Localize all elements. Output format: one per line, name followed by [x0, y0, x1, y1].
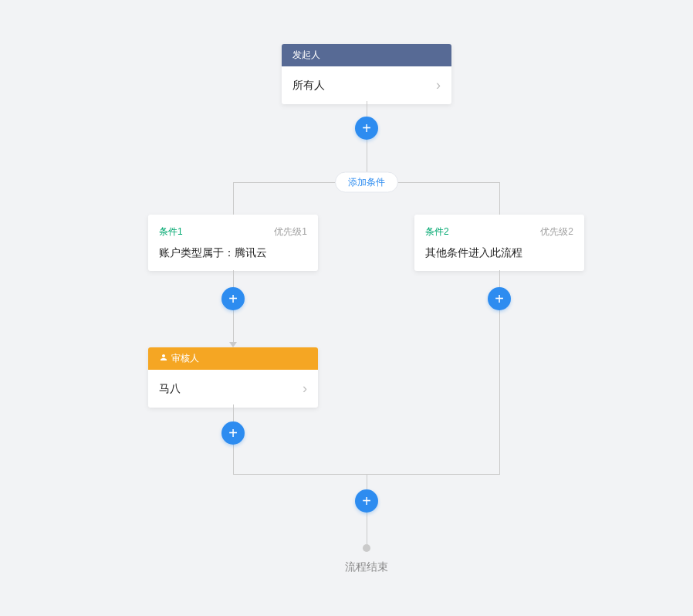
add-node-button-1[interactable]: +: [355, 117, 378, 140]
approver-header-text: 审核人: [171, 353, 199, 364]
initiator-body-row: 所有人 ›: [282, 66, 451, 104]
chevron-right-icon: ›: [436, 77, 441, 93]
add-condition-button[interactable]: 添加条件: [335, 172, 398, 193]
condition-1-header: 条件1 优先级1: [159, 225, 307, 239]
approver-node[interactable]: 审核人 马八 ›: [148, 347, 318, 408]
person-icon: [159, 353, 168, 362]
workflow-canvas: 发起人 所有人 › + 添加条件 条件1 优先级1 账户类型属于：腾讯云 条件2…: [0, 0, 693, 616]
connector-line: [499, 310, 500, 474]
condition-2-header: 条件2 优先级2: [425, 225, 573, 239]
condition-node-2[interactable]: 条件2 优先级2 其他条件进入此流程: [414, 215, 584, 271]
approver-body-text: 马八: [159, 382, 181, 396]
add-node-button-right[interactable]: +: [488, 287, 511, 310]
condition-1-desc: 账户类型属于：腾讯云: [159, 246, 307, 260]
add-node-button-left[interactable]: +: [221, 287, 245, 310]
connector-line: [367, 513, 367, 544]
condition-2-desc: 其他条件进入此流程: [425, 246, 573, 260]
approver-header: 审核人: [148, 347, 318, 370]
connector-line: [499, 182, 500, 215]
connector-line: [233, 182, 234, 215]
add-node-button-after-approver[interactable]: +: [221, 421, 245, 445]
add-node-button-end[interactable]: +: [355, 489, 378, 513]
connector-line: [233, 310, 234, 344]
arrow-down-icon: [229, 342, 237, 347]
initiator-body-text: 所有人: [292, 79, 325, 93]
condition-node-1[interactable]: 条件1 优先级1 账户类型属于：腾讯云: [148, 215, 318, 271]
connector-line: [233, 445, 234, 474]
condition-1-priority: 优先级1: [274, 225, 307, 239]
condition-2-name: 条件2: [425, 225, 449, 239]
initiator-header: 发起人: [282, 44, 451, 66]
initiator-node[interactable]: 发起人 所有人 ›: [282, 44, 451, 104]
condition-1-name: 条件1: [159, 225, 183, 239]
end-dot-icon: [363, 544, 370, 552]
approver-body-row: 马八 ›: [148, 370, 318, 408]
chevron-right-icon: ›: [303, 381, 307, 397]
flow-end-label: 流程结束: [345, 560, 388, 574]
condition-2-priority: 优先级2: [540, 225, 573, 239]
